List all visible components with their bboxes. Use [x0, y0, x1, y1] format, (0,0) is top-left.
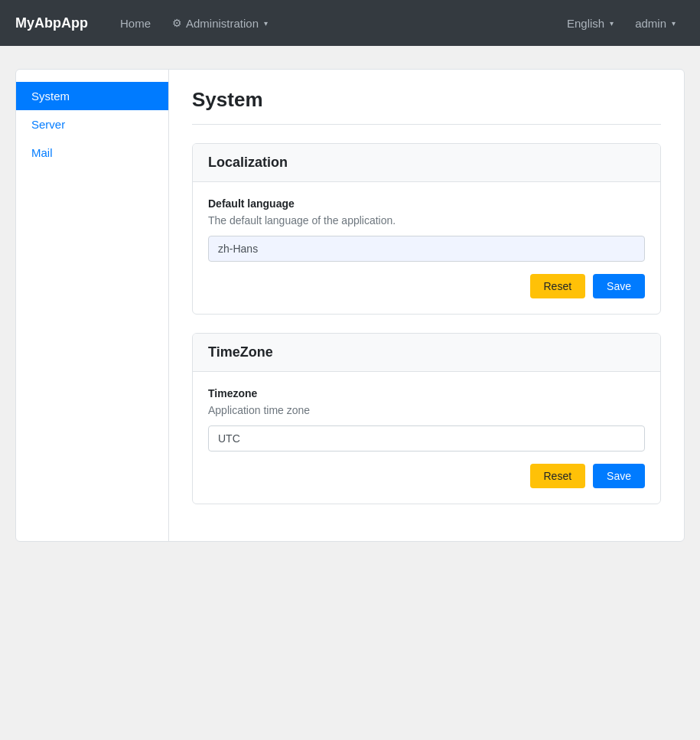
main-container: System Server Mail System Localization D… [0, 46, 700, 565]
timezone-section-header: TimeZone [193, 334, 660, 372]
title-divider [192, 124, 661, 125]
default-language-label: Default language [208, 197, 645, 210]
localization-reset-button[interactable]: Reset [530, 274, 586, 298]
chevron-down-icon: ▾ [264, 19, 268, 28]
timezone-section-body: Timezone Application time zone Reset Sav… [193, 372, 660, 504]
timezone-description: Application time zone [208, 404, 645, 416]
timezone-reset-button[interactable]: Reset [530, 464, 586, 488]
nav-user[interactable]: admin ▾ [626, 11, 685, 36]
navbar-brand[interactable]: MyAbpApp [15, 15, 88, 31]
sidebar: System Server Mail [16, 70, 169, 541]
timezone-save-button[interactable]: Save [593, 464, 645, 488]
nav-administration[interactable]: ⚙ Administration ▾ [163, 11, 277, 36]
content-card: System Server Mail System Localization D… [15, 69, 685, 542]
content-area: System Localization Default language The… [169, 70, 684, 541]
navbar-nav: Home ⚙ Administration ▾ [111, 11, 558, 36]
navbar-right: English ▾ admin ▾ [558, 11, 685, 36]
chevron-down-icon: ▾ [610, 19, 614, 28]
nav-language[interactable]: English ▾ [558, 11, 623, 36]
timezone-button-row: Reset Save [208, 464, 645, 488]
default-language-input[interactable] [208, 236, 645, 262]
navbar: MyAbpApp Home ⚙ Administration ▾ English… [0, 0, 700, 46]
localization-section-header: Localization [193, 144, 660, 182]
page-title: System [192, 88, 661, 112]
localization-section-body: Default language The default language of… [193, 182, 660, 314]
localization-button-row: Reset Save [208, 274, 645, 298]
localization-section: Localization Default language The defaul… [192, 143, 661, 315]
chevron-down-icon: ▾ [672, 19, 676, 28]
default-language-description: The default language of the application. [208, 214, 645, 227]
timezone-label: Timezone [208, 387, 645, 399]
timezone-section: TimeZone Timezone Application time zone … [192, 333, 661, 504]
timezone-input[interactable] [208, 425, 645, 451]
gear-icon: ⚙ [172, 17, 182, 29]
localization-save-button[interactable]: Save [593, 274, 645, 298]
sidebar-item-server[interactable]: Server [16, 110, 168, 139]
sidebar-item-system[interactable]: System [16, 82, 168, 110]
sidebar-item-mail[interactable]: Mail [16, 139, 168, 167]
nav-home[interactable]: Home [111, 11, 160, 36]
